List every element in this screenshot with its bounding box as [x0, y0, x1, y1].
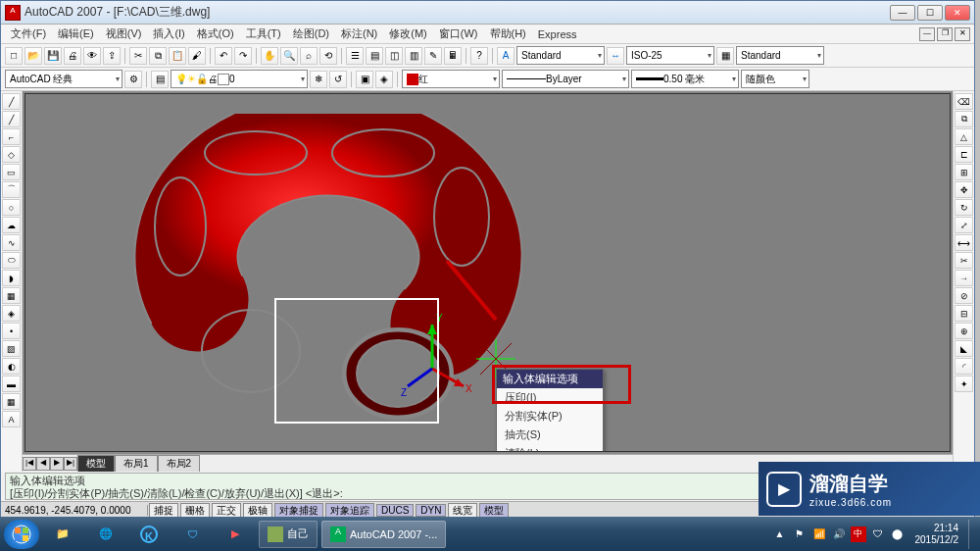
ellipsearc-icon[interactable]: ◗ [2, 270, 21, 286]
tablestyle-combo[interactable]: Standard [736, 46, 824, 65]
menu-tools[interactable]: 工具(T) [240, 25, 287, 43]
move-icon[interactable]: ✥ [955, 181, 973, 198]
calc-icon[interactable]: 🖩 [444, 47, 462, 65]
coords-readout[interactable]: 454.9619, -245.4079, 0.0000 [1, 505, 148, 516]
properties-icon[interactable]: ☰ [346, 47, 364, 65]
tablestyle-tb-icon[interactable]: ▦ [716, 47, 734, 65]
tab-model[interactable]: 模型 [77, 455, 115, 472]
region-icon[interactable]: ▬ [2, 376, 21, 392]
paste-icon[interactable]: 📋 [169, 47, 186, 65]
stretch-icon[interactable]: ⟷ [955, 234, 973, 251]
layer-combo[interactable]: 💡 ☀ 🔓 🖨 0 [171, 70, 308, 88]
pan-icon[interactable]: ✋ [261, 47, 278, 65]
tray-clock[interactable]: 21:14 2015/12/2 [909, 523, 965, 546]
hatch-icon[interactable]: ▨ [2, 340, 21, 357]
publish-icon[interactable]: ⇪ [103, 47, 121, 65]
ctx-separate[interactable]: 分割实体(P) [497, 407, 603, 426]
cut-icon[interactable]: ✂ [129, 47, 147, 65]
copy-modify-icon[interactable]: ⧉ [955, 111, 973, 127]
pinned-kugou-icon[interactable]: K [129, 521, 169, 548]
textstyle-tb-icon[interactable]: A [497, 47, 514, 65]
tray-volume-icon[interactable]: 🔊 [831, 526, 847, 542]
tray-ime-icon[interactable]: 中 [851, 526, 866, 542]
circle-icon[interactable]: ○ [2, 199, 21, 216]
menu-insert[interactable]: 插入(I) [147, 25, 190, 43]
tab-nav-next[interactable]: ▶ [50, 457, 64, 471]
linetype-combo[interactable]: ByLayer [502, 70, 629, 88]
ctx-shell[interactable]: 抽壳(S) [497, 426, 603, 444]
markup-icon[interactable]: ✎ [424, 47, 442, 65]
menu-file[interactable]: 文件(F) [5, 25, 52, 43]
tray-flag-icon[interactable]: ⚑ [792, 526, 808, 542]
scale-icon[interactable]: ⤢ [955, 217, 973, 233]
polygon-icon[interactable]: ◇ [2, 146, 21, 163]
pline-icon[interactable]: ⌐ [2, 128, 21, 145]
tab-nav-first[interactable]: |◀ [23, 457, 36, 471]
tab-nav-prev[interactable]: ◀ [36, 457, 50, 471]
gradient-icon[interactable]: ◐ [2, 358, 21, 375]
tab-layout1[interactable]: 布局1 [115, 455, 158, 472]
print-icon[interactable]: 🖨 [64, 47, 81, 65]
tray-network-icon[interactable]: 📶 [811, 526, 827, 542]
zoom-win-icon[interactable]: ⌕ [300, 47, 318, 65]
revcloud-icon[interactable]: ☁ [2, 217, 21, 233]
textstyle-combo[interactable]: Standard [516, 46, 605, 65]
tray-up-icon[interactable]: ▲ [772, 526, 788, 542]
tab-nav-last[interactable]: ▶| [64, 457, 77, 471]
block-make-icon[interactable]: ◈ [375, 71, 393, 88]
layer-prev-icon[interactable]: ↺ [329, 71, 347, 88]
menu-format[interactable]: 格式(O) [191, 25, 240, 43]
mdi-minimize[interactable]: — [919, 27, 935, 41]
new-icon[interactable]: □ [5, 47, 23, 65]
menu-view[interactable]: 视图(V) [100, 25, 148, 43]
mdi-close[interactable]: ✕ [955, 27, 970, 41]
block-insert-icon[interactable]: ▣ [356, 71, 373, 88]
mirror-icon[interactable]: △ [955, 128, 973, 145]
sheetset-icon[interactable]: ▥ [405, 47, 422, 65]
table-icon[interactable]: ▦ [2, 393, 21, 410]
close-button[interactable]: ✕ [945, 5, 970, 21]
help-icon[interactable]: ? [470, 47, 488, 65]
save-icon[interactable]: 💾 [44, 47, 62, 65]
viewport[interactable]: Y X Z 输入体编辑选项 压印(I) 分割实 [24, 93, 951, 452]
explode-icon[interactable]: ✦ [955, 376, 973, 392]
menu-draw[interactable]: 绘图(D) [287, 25, 335, 43]
status-dyn[interactable]: DYN [416, 504, 446, 517]
layer-state-icon[interactable]: ❄ [310, 71, 327, 88]
menu-help[interactable]: 帮助(H) [484, 25, 532, 43]
chamfer-icon[interactable]: ◣ [955, 340, 973, 357]
dimstyle-tb-icon[interactable]: ↔ [607, 47, 624, 65]
xline-icon[interactable]: ╱ [2, 111, 21, 127]
point-icon[interactable]: • [2, 323, 21, 339]
status-ducs[interactable]: DUCS [376, 504, 414, 517]
zoom-prev-icon[interactable]: ⟲ [319, 47, 337, 65]
pinned-media-icon[interactable]: ▶ [216, 521, 255, 548]
mdi-restore[interactable]: ❐ [937, 27, 953, 41]
ellipse-icon[interactable]: ⬭ [2, 252, 21, 269]
color-combo[interactable]: 红 [402, 70, 500, 88]
undo-icon[interactable]: ↶ [215, 47, 232, 65]
show-desktop-button[interactable] [968, 520, 976, 549]
makeblock-icon[interactable]: ◈ [2, 305, 21, 322]
pinned-app1-icon[interactable]: 🛡 [172, 521, 212, 548]
workspace-settings-icon[interactable]: ⚙ [124, 71, 142, 88]
zoom-rt-icon[interactable]: 🔍 [280, 47, 298, 65]
start-button[interactable] [4, 520, 39, 549]
plot-preview-icon[interactable]: 👁 [83, 47, 101, 65]
break2-icon[interactable]: ⊟ [955, 305, 973, 322]
line-icon[interactable]: ╱ [2, 93, 21, 110]
erase-icon[interactable]: ⌫ [955, 93, 973, 110]
tab-layout2[interactable]: 布局2 [158, 455, 201, 472]
maximize-button[interactable]: ☐ [917, 5, 943, 21]
extend-icon[interactable]: → [955, 270, 973, 286]
workspace-combo[interactable]: AutoCAD 经典 [5, 70, 122, 88]
task-item-1[interactable]: 自己 [259, 521, 318, 548]
trim-icon[interactable]: ✂ [955, 252, 973, 269]
join-icon[interactable]: ⊕ [955, 323, 973, 339]
rotate-icon[interactable]: ↻ [955, 199, 973, 216]
menu-dimension[interactable]: 标注(N) [335, 25, 383, 43]
arc-icon[interactable]: ⌒ [2, 181, 21, 198]
spline-icon[interactable]: ∿ [2, 234, 21, 251]
menu-edit[interactable]: 编辑(E) [52, 25, 100, 43]
break-icon[interactable]: ⊘ [955, 287, 973, 304]
